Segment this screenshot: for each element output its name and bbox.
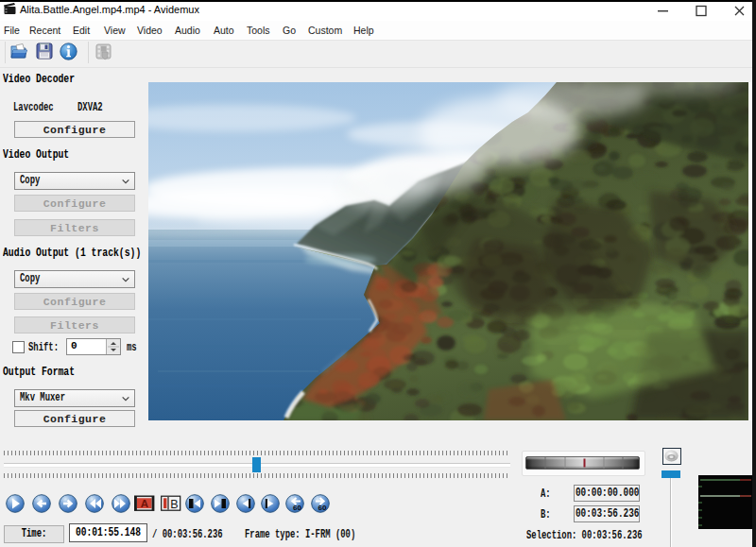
svg-text:A: A: [141, 498, 148, 509]
svg-text:60: 60: [318, 504, 327, 512]
svg-text:B: B: [170, 498, 178, 511]
svg-text:60: 60: [293, 504, 301, 512]
